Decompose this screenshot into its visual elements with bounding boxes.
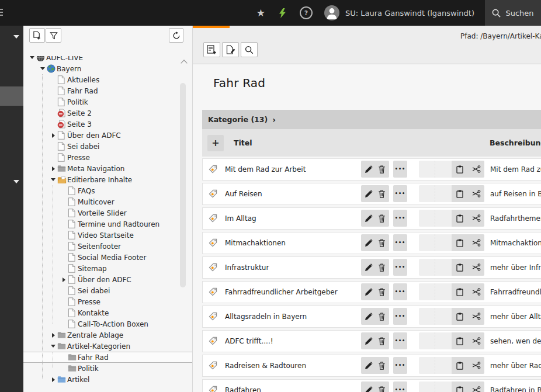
cut-scissors-icon[interactable] bbox=[468, 332, 484, 349]
tree-item-fahr-rad[interactable]: Fahr Rad bbox=[23, 352, 192, 363]
delete-trash-icon[interactable] bbox=[378, 239, 386, 247]
more-options-button[interactable]: ••• bbox=[393, 308, 407, 325]
expander-expand-icon[interactable] bbox=[52, 133, 55, 138]
page-icon[interactable] bbox=[68, 220, 78, 228]
more-options-button[interactable]: ••• bbox=[393, 161, 407, 178]
globe-icon[interactable] bbox=[47, 64, 57, 73]
tree-item-sei-dabei[interactable]: Sei dabei bbox=[23, 285, 192, 296]
tree-item-kontakte[interactable]: Kontakte bbox=[23, 307, 192, 318]
delete-trash-icon[interactable] bbox=[378, 165, 386, 174]
tree-item-call-to-action-boxen[interactable]: Call-To-Action Boxen bbox=[23, 318, 192, 329]
folder-icon[interactable] bbox=[57, 165, 67, 172]
edit-pencil-icon[interactable] bbox=[365, 362, 373, 370]
delete-trash-icon[interactable] bbox=[378, 362, 386, 370]
category-title[interactable]: Auf Reisen bbox=[225, 183, 262, 204]
new-record-button[interactable] bbox=[203, 42, 220, 57]
category-title[interactable]: Infrastruktur bbox=[225, 257, 269, 278]
page-icon[interactable] bbox=[68, 209, 78, 217]
expander-collapse-icon[interactable] bbox=[51, 345, 56, 348]
expander-expand-icon[interactable] bbox=[52, 333, 55, 338]
menu-icon[interactable] bbox=[0, 9, 3, 18]
page-icon[interactable] bbox=[57, 98, 67, 106]
tree-item-presse[interactable]: Presse bbox=[23, 152, 192, 163]
tree-item-video-startseite[interactable]: Video Startseite bbox=[23, 230, 192, 241]
tree-item-über-den-adfc[interactable]: Über den ADFC bbox=[23, 274, 192, 285]
more-options-button[interactable]: ••• bbox=[393, 381, 407, 392]
cut-scissors-icon[interactable] bbox=[468, 381, 484, 392]
category-title[interactable]: Mitmachaktionen bbox=[225, 233, 286, 254]
folder-content-icon[interactable] bbox=[57, 176, 67, 184]
more-options-button[interactable]: ••• bbox=[393, 259, 407, 276]
edit-pencil-icon[interactable] bbox=[365, 190, 373, 198]
tree-item-sitemap[interactable]: Sitemap bbox=[23, 263, 192, 274]
edit-pencil-icon[interactable] bbox=[365, 313, 373, 321]
copy-clipboard-icon[interactable] bbox=[452, 161, 468, 178]
page-icon[interactable] bbox=[68, 197, 78, 206]
cut-scissors-icon[interactable] bbox=[468, 161, 484, 178]
edit-page-button[interactable] bbox=[222, 42, 239, 57]
delete-trash-icon[interactable] bbox=[378, 337, 386, 345]
edit-pencil-icon[interactable] bbox=[365, 165, 373, 174]
page-icon[interactable] bbox=[57, 142, 67, 151]
copy-clipboard-icon[interactable] bbox=[452, 381, 468, 392]
cut-scissors-icon[interactable] bbox=[468, 308, 484, 325]
selected-module-indicator[interactable] bbox=[0, 86, 23, 106]
tree-item-vorteile-slider[interactable]: Vorteile Slider bbox=[23, 207, 192, 218]
more-options-button[interactable]: ••• bbox=[393, 210, 407, 227]
tree-item-artikel-kategorien[interactable]: Artikel-Kategorien bbox=[23, 341, 192, 352]
category-title[interactable]: Fahrradfreundlicher Arbeitgeber bbox=[225, 282, 338, 303]
copy-clipboard-icon[interactable] bbox=[452, 332, 468, 349]
help-icon[interactable]: ? bbox=[300, 6, 313, 19]
delete-trash-icon[interactable] bbox=[378, 190, 386, 198]
expander-collapse-icon[interactable] bbox=[30, 56, 34, 59]
page-hidden-icon[interactable] bbox=[57, 120, 67, 129]
module-group-chevron-down-icon[interactable] bbox=[13, 35, 19, 39]
edit-pencil-icon[interactable] bbox=[365, 263, 373, 272]
delete-trash-icon[interactable] bbox=[378, 288, 386, 296]
copy-clipboard-icon[interactable] bbox=[452, 283, 468, 300]
folder-icon[interactable] bbox=[68, 353, 78, 361]
search-records-button[interactable] bbox=[241, 42, 258, 57]
page-icon[interactable] bbox=[57, 131, 67, 140]
copy-clipboard-icon[interactable] bbox=[452, 259, 468, 276]
page-icon[interactable] bbox=[68, 320, 78, 328]
copy-clipboard-icon[interactable] bbox=[452, 357, 468, 374]
new-page-button[interactable] bbox=[29, 28, 45, 43]
bookmark-star-icon[interactable]: ★ bbox=[256, 7, 265, 19]
user-avatar[interactable] bbox=[324, 5, 339, 20]
cut-scissors-icon[interactable] bbox=[468, 259, 484, 276]
tree-item-sei-dabei[interactable]: Sei dabei bbox=[23, 141, 192, 152]
category-section-header[interactable]: Kategorie (13) › bbox=[202, 110, 541, 129]
page-icon[interactable] bbox=[57, 86, 67, 95]
add-category-button[interactable]: + bbox=[207, 135, 224, 151]
tree-item-presse[interactable]: Presse bbox=[23, 296, 192, 307]
category-title[interactable]: Im Alltag bbox=[225, 208, 256, 229]
tree-item-multicover[interactable]: Multicover bbox=[23, 196, 192, 207]
folder-icon[interactable] bbox=[57, 331, 67, 339]
tree-item-social-media-footer[interactable]: Social Media Footer bbox=[23, 252, 192, 263]
more-options-button[interactable]: ••• bbox=[393, 234, 407, 251]
page-icon[interactable] bbox=[68, 231, 78, 240]
tree-item-artikel[interactable]: Artikel bbox=[23, 374, 192, 385]
tree-item-editierbare-inhalte[interactable]: Editierbare Inhalte bbox=[23, 174, 192, 185]
tree-item-über-den-adfc[interactable]: Über den ADFC bbox=[23, 130, 192, 141]
copy-clipboard-icon[interactable] bbox=[452, 308, 468, 325]
more-options-button[interactable]: ••• bbox=[393, 332, 407, 349]
filter-button[interactable] bbox=[46, 28, 61, 43]
category-title[interactable]: ADFC trifft....! bbox=[225, 331, 273, 352]
folder-icon[interactable] bbox=[68, 365, 78, 372]
edit-pencil-icon[interactable] bbox=[365, 239, 373, 247]
edit-pencil-icon[interactable] bbox=[365, 288, 373, 296]
expander-collapse-icon[interactable] bbox=[40, 67, 45, 70]
tree-item-faqs[interactable]: FAQs bbox=[23, 185, 192, 196]
edit-pencil-icon[interactable] bbox=[365, 386, 373, 392]
edit-pencil-icon[interactable] bbox=[365, 337, 373, 345]
delete-trash-icon[interactable] bbox=[378, 214, 386, 223]
flush-cache-bolt-icon[interactable] bbox=[279, 8, 286, 18]
cut-scissors-icon[interactable] bbox=[468, 234, 484, 251]
more-options-button[interactable]: ••• bbox=[393, 283, 407, 300]
page-icon[interactable] bbox=[57, 75, 67, 84]
page-icon[interactable] bbox=[68, 286, 78, 295]
copy-clipboard-icon[interactable] bbox=[452, 234, 468, 251]
search-button[interactable]: Suchen bbox=[485, 0, 541, 26]
